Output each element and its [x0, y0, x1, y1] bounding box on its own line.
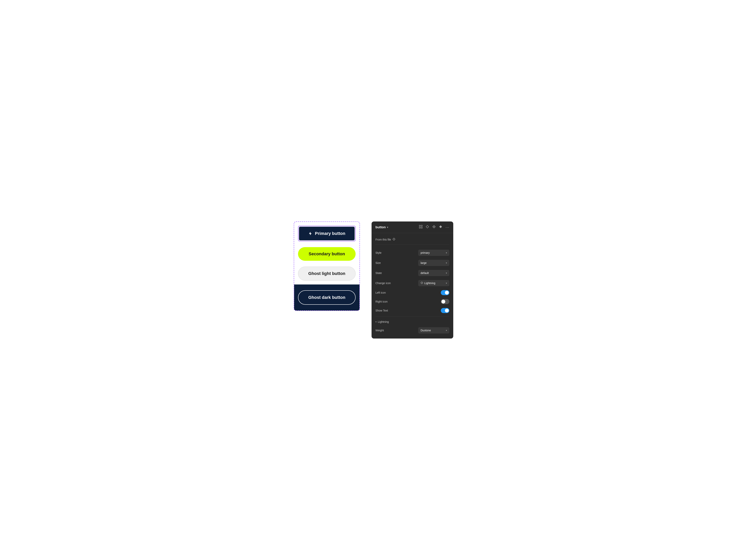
left-panel: Primary button Secondary button Ghost li… — [294, 221, 360, 311]
show-text-toggle-thumb — [445, 309, 449, 313]
diamond-outline-icon[interactable] — [426, 225, 429, 230]
diamond-filled-icon[interactable] — [439, 225, 442, 230]
lightning-icon — [308, 232, 312, 236]
state-row: State default ▾ — [376, 268, 449, 278]
panel-title-chevron-icon[interactable]: ▾ — [387, 226, 388, 229]
panel-title-text: button — [376, 225, 386, 229]
svg-rect-2 — [419, 227, 420, 228]
show-text-toggle[interactable] — [441, 308, 449, 313]
panel-title: button ▾ — [376, 225, 388, 229]
ghost-dark-button-label: Ghost dark button — [308, 295, 345, 300]
state-value: default — [420, 271, 429, 274]
size-label: Size — [376, 261, 381, 264]
from-this-file-row: From this file — [376, 236, 449, 245]
secondary-button-label: Secondary button — [309, 251, 345, 256]
state-select[interactable]: default ▾ — [418, 270, 449, 276]
secondary-button[interactable]: Secondary button — [298, 247, 356, 261]
svg-rect-1 — [421, 225, 422, 226]
change-icon-value: Lightning — [424, 282, 445, 285]
lightning-section-label: Lightning — [378, 320, 389, 323]
right-icon-toggle-thumb — [441, 300, 445, 303]
primary-btn-wrapper: Primary button — [298, 226, 356, 241]
size-select[interactable]: large ▾ — [418, 260, 449, 266]
ghost-light-button-label: Ghost light button — [308, 271, 345, 276]
style-select[interactable]: primary ▾ — [418, 250, 449, 256]
panel-header: button ▾ — [371, 221, 453, 233]
weight-row: Weight Duotone ▾ — [376, 325, 449, 336]
weight-value: Duotone — [420, 329, 431, 332]
size-chevron-icon: ▾ — [446, 262, 447, 264]
weight-select[interactable]: Duotone ▾ — [418, 327, 449, 334]
primary-button-label: Primary button — [315, 231, 345, 236]
panel-header-icons: ··· — [419, 225, 449, 230]
left-icon-row: Left icon — [376, 288, 449, 297]
left-icon-toggle-thumb — [445, 291, 449, 295]
diamond-plus-icon[interactable] — [432, 225, 436, 230]
lightning-section-chevron-icon: ▾ — [376, 321, 377, 323]
panel-body: From this file Style primary ▾ Size — [371, 233, 453, 339]
button-showcase: Primary button Secondary button Ghost li… — [294, 221, 360, 311]
change-icon-diamond-icon — [420, 282, 423, 285]
style-chevron-icon: ▾ — [446, 251, 447, 254]
change-icon-label: Change icon — [376, 282, 391, 285]
weight-label: Weight — [376, 329, 384, 332]
ghost-dark-button[interactable]: Ghost dark button — [298, 290, 356, 305]
show-text-row: Show Text — [376, 306, 449, 315]
primary-button[interactable]: Primary button — [299, 227, 355, 240]
grid-icon[interactable] — [419, 225, 422, 230]
svg-rect-0 — [419, 225, 420, 226]
size-row: Size large ▾ — [376, 258, 449, 268]
main-container: Primary button Secondary button Ghost li… — [294, 221, 453, 339]
size-value: large — [420, 261, 427, 264]
weight-chevron-icon: ▾ — [446, 329, 447, 332]
svg-rect-3 — [421, 227, 422, 228]
right-icon-label: Right icon — [376, 300, 387, 303]
change-icon-select[interactable]: Lightning ▾ — [418, 280, 449, 286]
right-panel: button ▾ — [371, 221, 453, 339]
right-icon-row: Right icon — [376, 297, 449, 306]
style-value: primary — [420, 251, 430, 254]
more-options-icon[interactable]: ··· — [445, 225, 449, 230]
lightning-section-header[interactable]: ▾ Lightning — [376, 318, 449, 325]
state-label: State — [376, 271, 382, 274]
left-icon-label: Left icon — [376, 291, 386, 294]
change-icon-row: Change icon Lightning ▾ — [376, 278, 449, 288]
ghost-light-button[interactable]: Ghost light button — [298, 267, 356, 281]
show-text-label: Show Text — [376, 309, 388, 312]
from-this-file-diamond-icon — [392, 238, 395, 241]
left-icon-toggle[interactable] — [441, 290, 449, 295]
state-chevron-icon: ▾ — [446, 272, 447, 274]
style-label: Style — [376, 251, 382, 254]
dark-section: Ghost dark button — [294, 285, 360, 311]
from-this-file-text: From this file — [376, 238, 391, 241]
right-icon-toggle[interactable] — [441, 299, 449, 304]
style-row: Style primary ▾ — [376, 248, 449, 258]
change-icon-chevron-icon: ▾ — [446, 282, 447, 285]
